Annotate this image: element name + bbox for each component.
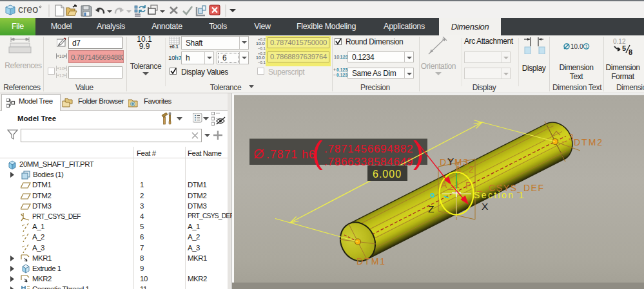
svg-text:10.0: 10.0 — [571, 43, 583, 50]
svg-text:.7871 h6: .7871 h6 — [266, 148, 316, 161]
svg-text:10: 10 — [59, 66, 64, 71]
svg-text:10: 10 — [168, 54, 175, 61]
svg-text:−0.1: −0.1 — [258, 46, 266, 50]
svg-text:5: 5 — [622, 44, 626, 52]
svg-text:0.123: 0.123 — [337, 73, 347, 77]
svg-text:(: ( — [312, 135, 323, 171]
svg-text:_3: _3 — [561, 132, 575, 142]
svg-text:10.0: 10.0 — [256, 41, 265, 46]
svg-text:Z: Z — [428, 203, 434, 214]
svg-text:Section 1: Section 1 — [474, 190, 525, 200]
svg-text:8: 8 — [629, 48, 632, 56]
svg-text:−: − — [333, 73, 336, 77]
svg-text:±0.1: ±0.1 — [170, 44, 179, 48]
svg-text:A_1: A_1 — [441, 180, 461, 190]
svg-text:10.0: 10.0 — [256, 55, 265, 60]
svg-text:0.123: 0.123 — [337, 68, 347, 72]
svg-text:.7871456694882: .7871456694882 — [324, 143, 413, 155]
svg-text:1: 1 — [585, 44, 589, 50]
svg-text:DTM1: DTM1 — [356, 256, 386, 266]
svg-text:X: X — [482, 201, 489, 212]
svg-text:): ) — [413, 135, 424, 171]
svg-text:Y: Y — [447, 156, 454, 167]
svg-text:6.000: 6.000 — [373, 169, 402, 180]
svg-text:12: 12 — [59, 73, 64, 79]
svg-text:+: + — [333, 68, 336, 72]
svg-text:DTM2: DTM2 — [574, 137, 603, 147]
svg-text:10: 10 — [59, 53, 64, 59]
svg-text:123: 123 — [340, 54, 348, 60]
svg-text:creo: creo — [18, 4, 38, 15]
svg-text:−0.1: −0.1 — [258, 61, 266, 64]
